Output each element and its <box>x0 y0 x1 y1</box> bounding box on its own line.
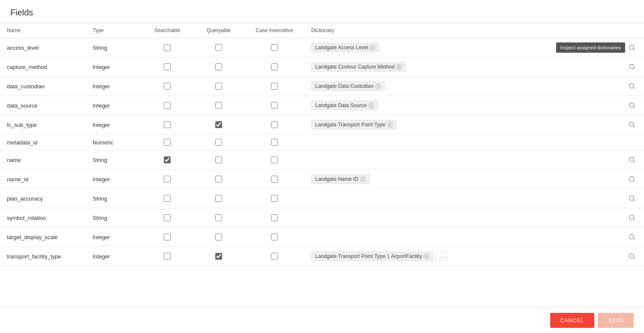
queryable-checkbox[interactable] <box>215 156 222 163</box>
queryable-checkbox[interactable] <box>215 214 222 221</box>
dict-cell-inner: Landgate Name IDⓧ <box>311 174 637 184</box>
dict-actions <box>627 155 637 165</box>
dict-search-button[interactable] <box>627 100 637 111</box>
svg-point-8 <box>629 122 634 127</box>
searchable-checkbox[interactable] <box>164 44 171 51</box>
dict-search-button[interactable] <box>627 120 637 130</box>
searchable-checkbox[interactable] <box>164 176 171 183</box>
searchable-checkbox[interactable] <box>164 83 171 90</box>
dict-search-button[interactable] <box>627 232 637 242</box>
inspect-button[interactable]: Inspect assigned dictionaries <box>556 42 625 53</box>
searchable-checkbox[interactable] <box>164 102 171 109</box>
case-insensitive-checkbox[interactable] <box>271 102 278 109</box>
dict-search-button[interactable] <box>627 155 637 165</box>
queryable-checkbox[interactable] <box>215 83 222 90</box>
dict-cell-inner <box>311 193 637 204</box>
dict-search-button[interactable] <box>627 42 637 53</box>
dict-search-button[interactable] <box>627 193 637 204</box>
dict-tag-label: Landgate Transport Point Type <box>315 122 385 128</box>
dict-remove-icon[interactable]: ⓧ <box>387 122 393 128</box>
table-row: symbol_rotationString <box>0 208 644 228</box>
dict-remove-icon[interactable]: ⓧ <box>360 177 366 182</box>
dict-tag: Landgate Transport Point Type 1 AirportF… <box>311 252 433 261</box>
case-insensitive-checkbox[interactable] <box>271 214 278 221</box>
dictionary-cell: Landgate Contour Capture Methodⓧ <box>304 57 644 77</box>
queryable-checkbox[interactable] <box>215 44 222 51</box>
more-button[interactable]: ... <box>436 252 448 261</box>
save-button[interactable]: SAVE <box>598 313 634 328</box>
dict-remove-icon[interactable]: ⓧ <box>396 64 402 70</box>
searchable-cell <box>141 96 193 115</box>
queryable-checkbox[interactable] <box>215 176 222 183</box>
case-insensitive-cell <box>244 228 304 247</box>
dictionary-cell: Landgate Data Custodianⓧ <box>304 77 644 96</box>
case-insensitive-checkbox[interactable] <box>271 176 278 183</box>
queryable-checkbox[interactable] <box>215 195 222 202</box>
queryable-checkbox[interactable] <box>215 139 222 146</box>
queryable-checkbox[interactable] <box>215 121 222 128</box>
table-row: data_custodianIntegerLandgate Data Custo… <box>0 77 644 96</box>
case-insensitive-checkbox[interactable] <box>271 253 278 260</box>
searchable-checkbox[interactable] <box>164 156 171 163</box>
searchable-checkbox[interactable] <box>164 234 171 240</box>
queryable-cell <box>193 247 244 266</box>
field-type: Integer <box>86 170 141 189</box>
svg-line-5 <box>633 87 635 89</box>
dictionary-cell: Landgate Data Sourceⓧ <box>304 96 644 115</box>
queryable-checkbox[interactable] <box>215 63 222 70</box>
queryable-cell <box>193 208 244 228</box>
dict-remove-icon[interactable]: ⓧ <box>375 84 381 89</box>
queryable-cell <box>193 189 244 208</box>
case-insensitive-checkbox[interactable] <box>271 44 278 51</box>
svg-line-3 <box>633 68 635 69</box>
field-type: Integer <box>86 115 141 135</box>
dict-tag-label: Landgate Data Custodian <box>315 83 373 89</box>
queryable-checkbox[interactable] <box>215 102 222 109</box>
dict-search-button[interactable] <box>627 81 637 91</box>
col-header-case: Case insensitive <box>244 23 304 38</box>
searchable-checkbox[interactable] <box>164 139 171 146</box>
case-insensitive-checkbox[interactable] <box>271 195 278 202</box>
case-insensitive-checkbox[interactable] <box>271 234 278 240</box>
dict-actions <box>627 120 637 130</box>
searchable-checkbox[interactable] <box>164 121 171 128</box>
queryable-checkbox[interactable] <box>215 234 222 240</box>
dict-actions <box>627 251 637 261</box>
queryable-checkbox[interactable] <box>215 253 222 260</box>
queryable-cell <box>193 57 244 77</box>
svg-line-9 <box>633 126 635 127</box>
svg-point-14 <box>629 196 634 201</box>
table-row: data_sourceIntegerLandgate Data Sourceⓧ <box>0 96 644 115</box>
dict-search-button[interactable] <box>627 62 637 72</box>
dict-remove-icon[interactable]: ⓧ <box>368 103 374 108</box>
field-name: transport_facility_type <box>0 247 86 266</box>
svg-line-1 <box>633 49 635 50</box>
dict-remove-icon[interactable]: ⓧ <box>370 45 375 51</box>
cancel-button[interactable]: CANCEL <box>550 313 595 328</box>
dict-search-button[interactable] <box>627 213 637 223</box>
dict-search-button[interactable] <box>627 251 637 261</box>
searchable-cell <box>141 38 193 57</box>
case-insensitive-checkbox[interactable] <box>271 156 278 163</box>
searchable-checkbox[interactable] <box>164 195 171 202</box>
field-type: Integer <box>86 247 141 266</box>
dictionary-cell <box>304 208 644 228</box>
case-insensitive-checkbox[interactable] <box>271 121 278 128</box>
case-insensitive-cell <box>244 247 304 266</box>
dict-actions <box>627 232 637 242</box>
case-insensitive-checkbox[interactable] <box>271 63 278 70</box>
svg-line-21 <box>633 258 635 259</box>
dict-cell-inner: Landgate Access LevelⓧInspect assigned d… <box>311 42 637 53</box>
case-insensitive-checkbox[interactable] <box>271 139 278 146</box>
field-type: String <box>86 208 141 228</box>
searchable-checkbox[interactable] <box>164 63 171 70</box>
case-insensitive-checkbox[interactable] <box>271 83 278 90</box>
dict-cell-inner <box>311 232 637 242</box>
field-name: access_level <box>0 38 86 57</box>
searchable-checkbox[interactable] <box>164 253 171 260</box>
searchable-checkbox[interactable] <box>164 214 171 221</box>
dict-remove-icon[interactable]: ⓧ <box>424 254 429 259</box>
svg-point-10 <box>629 157 634 162</box>
case-insensitive-cell <box>244 135 304 150</box>
dict-search-button[interactable] <box>627 174 637 184</box>
